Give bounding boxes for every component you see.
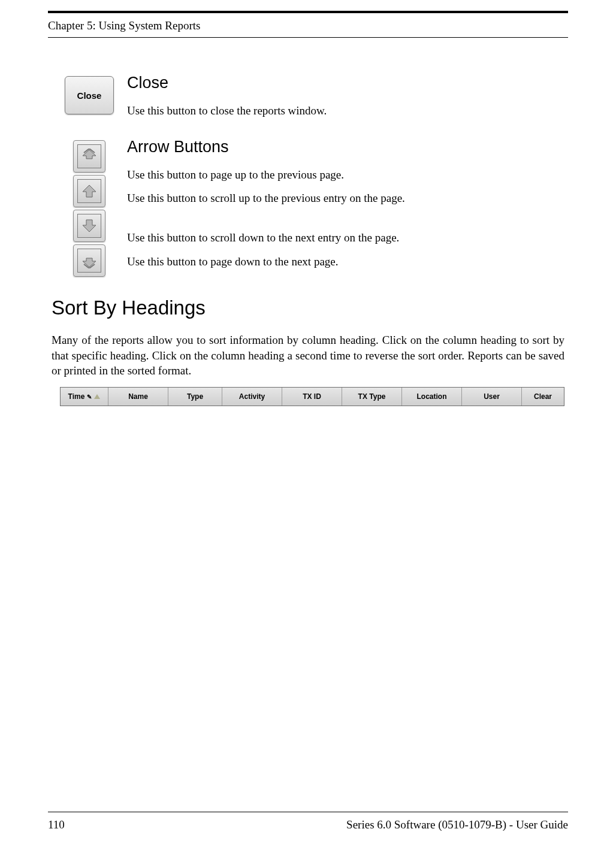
scroll-up-description: Use this button to scroll up to the prev… (127, 190, 568, 206)
column-header-clear[interactable]: Clear (522, 388, 564, 406)
scroll-down-description: Use this button to scroll down to the ne… (127, 230, 568, 246)
column-header-label: Name (128, 392, 148, 401)
svg-marker-2 (83, 220, 96, 232)
close-button-label: Close (77, 90, 102, 101)
svg-marker-0 (83, 150, 96, 159)
sort-indicator-icon: ✎ (87, 394, 92, 400)
column-header-label: TX ID (303, 392, 321, 401)
column-header-location[interactable]: Location (402, 388, 462, 406)
page-up-icon (77, 144, 101, 168)
column-header-label: User (484, 392, 500, 401)
column-header-label: TX Type (358, 392, 386, 401)
sort-ascending-icon (94, 394, 100, 399)
page-down-button[interactable] (73, 244, 105, 277)
close-button[interactable]: Close (65, 76, 114, 114)
document-title: Series 6.0 Software (0510-1079-B) - User… (346, 818, 568, 831)
column-header-type[interactable]: Type (168, 388, 222, 406)
column-header-label: Location (417, 392, 447, 401)
column-header-label: Activity (239, 392, 265, 401)
page-up-description: Use this button to page up to the previo… (127, 167, 568, 183)
scroll-up-button[interactable] (73, 175, 105, 207)
column-header-label: Type (187, 392, 203, 401)
scroll-up-icon (77, 179, 101, 203)
page-up-button[interactable] (73, 140, 105, 173)
close-heading: Close (127, 74, 568, 92)
sort-by-headings-description: Many of the reports allow you to sort in… (52, 332, 564, 379)
sort-by-headings-heading: Sort By Headings (52, 297, 568, 319)
page-number: 110 (48, 818, 65, 831)
svg-marker-3 (83, 258, 96, 267)
column-headings-bar: Time ✎ Name Type Activity TX ID TX Type … (60, 387, 564, 406)
column-header-label: Time (68, 392, 85, 401)
column-header-label: Clear (534, 392, 552, 401)
page-down-icon (77, 249, 101, 273)
column-header-txid[interactable]: TX ID (282, 388, 342, 406)
column-header-name[interactable]: Name (108, 388, 168, 406)
svg-marker-1 (83, 185, 96, 197)
chapter-header: Chapter 5: Using System Reports (48, 13, 568, 37)
column-header-activity[interactable]: Activity (222, 388, 282, 406)
column-header-txtype[interactable]: TX Type (342, 388, 402, 406)
column-header-user[interactable]: User (462, 388, 522, 406)
scroll-down-button[interactable] (73, 210, 105, 242)
close-description: Use this button to close the reports win… (127, 103, 568, 119)
column-header-time[interactable]: Time ✎ (61, 388, 108, 406)
arrow-buttons-heading: Arrow Buttons (127, 138, 568, 156)
scroll-down-icon (77, 214, 101, 238)
page-down-description: Use this button to page down to the next… (127, 254, 568, 270)
